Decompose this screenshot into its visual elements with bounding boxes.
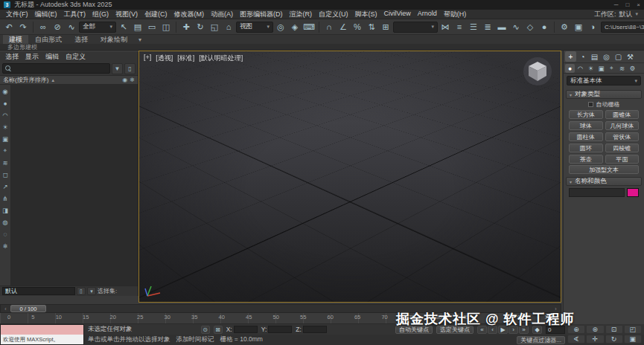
ribbon-tab[interactable]: 自由形式 [29, 35, 68, 44]
menubar-item[interactable]: 编辑(E) [35, 10, 57, 19]
edit-named-selection-sets-icon[interactable]: ⊞ [379, 20, 392, 33]
menubar-item[interactable]: 脚本(S) [355, 10, 377, 19]
listener-output-row[interactable]: 欢迎使用 MAXScript。 [1, 335, 83, 344]
window-crossing-icon[interactable]: ◫ [159, 20, 173, 33]
keyboard-shortcut-override-icon[interactable]: ⌨ [302, 20, 316, 33]
schematic-view-icon[interactable]: ◇ [523, 20, 537, 33]
menubar-item[interactable]: Arnold [418, 10, 437, 19]
menubar-item[interactable]: 修改器(M) [174, 10, 205, 19]
selection-set-menu-icon[interactable]: ▾ [87, 287, 96, 295]
project-folder-path[interactable]: C:\Users\88~\3ds Max 2025 … [601, 22, 644, 33]
reference-coordinate-system-dropdown[interactable]: 视图 ▾ [236, 22, 273, 33]
align-icon[interactable]: ≡ [453, 20, 466, 33]
display-bones-icon[interactable]: ⋔ [1, 193, 10, 203]
menubar-item[interactable]: 动画(A) [211, 10, 233, 19]
toggle-ribbon-icon[interactable]: ▬ [495, 20, 508, 33]
lock-explorer-icon[interactable]: ▯ [124, 63, 136, 74]
primitive-button[interactable]: 四棱锥 [605, 144, 640, 152]
zoom-extents-icon[interactable]: ⊡ [605, 325, 623, 334]
ribbon-panel-label[interactable]: 多边形建模 [7, 44, 37, 51]
menubar-item[interactable]: 渲染(R) [290, 10, 313, 19]
zoom-all-icon[interactable]: ⊛ [586, 325, 604, 334]
select-and-manipulate-icon[interactable]: ◈ [288, 20, 302, 33]
primitive-button[interactable]: 平面 [605, 155, 640, 164]
display-containers-icon[interactable]: ◨ [1, 205, 10, 215]
pan-icon[interactable]: ✛ [586, 335, 604, 344]
text-plus-button[interactable]: 加强型文本 [569, 165, 639, 174]
viewport-pov-menu[interactable]: [透视] [156, 54, 173, 63]
lights-category-icon[interactable]: ☀ [586, 64, 596, 73]
viewport-general-menu[interactable]: [+] [144, 54, 151, 63]
explorer-column-header[interactable]: 名称(按升序排序) ▲ ◉❄ [0, 75, 138, 85]
workspace-selector[interactable]: 工作区: 默认 ▾ [594, 10, 638, 19]
minimize-button[interactable]: ─ [614, 1, 619, 8]
macro-recorder-row[interactable] [1, 325, 83, 335]
motion-tab[interactable]: ◎ [601, 51, 612, 62]
menubar-item[interactable]: 视图(V) [115, 10, 138, 19]
menubar-item[interactable]: 文件(F) [6, 10, 28, 19]
z-coord-field[interactable] [303, 326, 327, 333]
name-color-rollout-header[interactable]: ▾ 名称和颜色 [566, 177, 642, 186]
geometry-category-icon[interactable]: ● [565, 64, 575, 73]
create-tab[interactable]: + [565, 51, 576, 62]
display-everything-icon[interactable]: ◉ [1, 86, 10, 96]
viewport-shading-menu[interactable]: [默认明暗处理] [199, 54, 243, 63]
undo-icon[interactable]: ↶ [2, 20, 16, 33]
display-frozen-objects-icon[interactable]: ❄ [1, 241, 10, 251]
close-button[interactable]: × [637, 1, 640, 8]
space-warps-category-icon[interactable]: ≋ [617, 64, 627, 73]
filter-icon[interactable]: ▼ [112, 63, 123, 74]
maximize-viewport-icon[interactable]: ▣ [624, 335, 642, 344]
mirror-icon[interactable]: ⋈ [439, 20, 452, 33]
select-and-move-icon[interactable]: ✚ [179, 20, 193, 33]
primitive-category-dropdown[interactable]: 标准基本体 ▾ [567, 76, 641, 86]
column-visibility-icon[interactable]: ◉ [122, 77, 127, 83]
primitive-button[interactable]: 长方体 [569, 110, 603, 119]
menubar-item[interactable]: 工具(T) [64, 10, 86, 19]
ribbon-tab[interactable]: 对象绘制 [95, 35, 133, 44]
viewport-render-preset-menu[interactable]: [标准] [177, 54, 194, 63]
toggle-layer-explorer-icon[interactable]: ≣ [481, 20, 494, 33]
modify-tab[interactable]: ◔ [577, 51, 588, 62]
field-of-view-icon[interactable]: ∢ [567, 335, 585, 344]
menubar-item[interactable]: 创建(C) [144, 10, 168, 19]
curve-editor-icon[interactable]: ∿ [509, 20, 523, 33]
display-xrefs-icon[interactable]: ↗ [1, 181, 10, 191]
ribbon-tab[interactable]: 选择 [68, 35, 94, 44]
display-lights-icon[interactable]: ☀ [1, 122, 10, 132]
selection-filter-dropdown[interactable]: 全部 ▾ [79, 22, 116, 33]
zoom-region-icon[interactable]: ◰ [624, 325, 642, 334]
primitive-button[interactable]: 圆锥体 [605, 110, 640, 119]
selection-lock-toggle[interactable]: ⊠ [214, 326, 223, 334]
object-name-field[interactable] [569, 188, 625, 197]
selection-set-lock-icon[interactable]: ▯ [77, 287, 86, 295]
menubar-item[interactable]: 自定义(U) [319, 10, 348, 19]
select-and-rotate-icon[interactable]: ↻ [194, 20, 207, 33]
maximize-button[interactable]: □ [625, 1, 629, 8]
time-slider-handle[interactable]: 0 / 100 [10, 305, 46, 312]
cameras-category-icon[interactable]: ▣ [596, 64, 606, 73]
display-groups-icon[interactable]: ◻ [1, 170, 10, 179]
render-production-icon[interactable]: ◑ [586, 20, 599, 33]
utilities-tab[interactable]: ⚒ [625, 51, 636, 62]
scene-explorer-menu[interactable]: 显示 [25, 52, 39, 62]
named-selection-field[interactable] [2, 287, 75, 295]
percent-snap-icon[interactable]: % [351, 20, 364, 33]
bind-to-space-warp-icon[interactable]: ∿ [65, 20, 78, 33]
primitive-button[interactable]: 管状体 [605, 132, 640, 141]
autogrid-checkbox[interactable] [588, 102, 593, 107]
spinner-snap-icon[interactable]: ⇅ [365, 20, 378, 33]
scene-explorer-menu[interactable]: 选择 [5, 52, 19, 62]
unlink-selection-icon[interactable]: ⊘ [51, 20, 64, 33]
select-and-place-icon[interactable]: ⌂ [222, 20, 235, 33]
orbit-icon[interactable]: ↻ [605, 335, 623, 344]
shapes-category-icon[interactable]: ◠ [576, 64, 585, 73]
select-object-icon[interactable]: ↖ [117, 20, 130, 33]
search-input[interactable] [13, 65, 107, 72]
display-geometry-icon[interactable]: ● [1, 98, 10, 108]
helpers-category-icon[interactable]: ⌖ [607, 64, 616, 73]
select-and-link-icon[interactable]: ∞ [36, 20, 50, 33]
display-materials-icon[interactable]: ◍ [1, 217, 10, 227]
scene-explorer-menu[interactable]: 自定义 [66, 52, 86, 62]
snaps-toggle-icon[interactable]: ∩ [322, 20, 336, 33]
